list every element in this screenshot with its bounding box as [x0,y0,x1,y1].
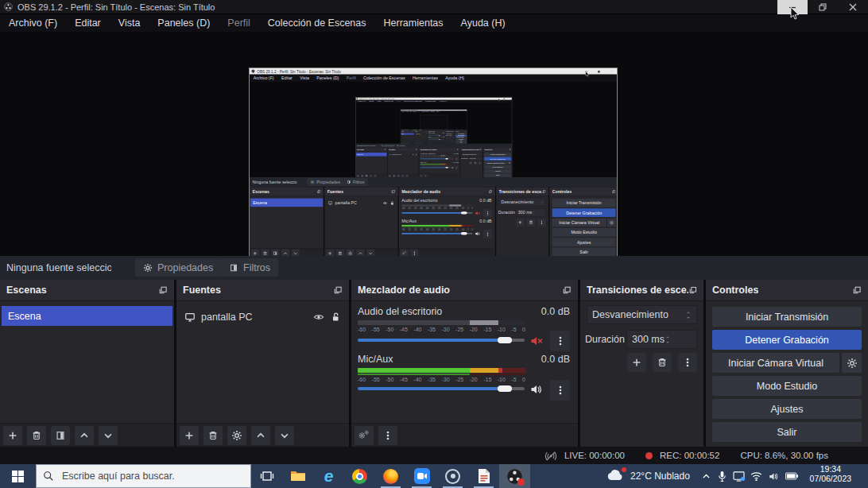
channel1-options-button[interactable] [550,331,570,351]
popout-icon[interactable] [542,190,546,194]
channel1-volume-slider[interactable] [401,211,472,215]
duration-spinbox[interactable]: 300 ms [469,157,482,160]
preview-screen-mount[interactable]: OBS 29.1.2 - Perfil: Sin Título - Escena… [355,98,511,185]
eye-icon[interactable] [382,201,387,206]
start-virtual-camera-button[interactable]: Iniciar Cámara Virtual [712,353,839,373]
popout-icon[interactable] [852,285,862,295]
settings-button[interactable]: Ajustes [712,399,862,419]
channel2-volume-slider[interactable] [428,139,441,140]
firefox-button[interactable] [375,464,406,488]
scene-item-selected[interactable]: Escena [2,306,172,326]
eye-icon[interactable] [413,153,415,156]
wifi-icon[interactable] [750,471,762,481]
menu-item[interactable]: Archivo (F) [0,14,66,32]
popout-icon[interactable] [480,149,482,150]
menu-item[interactable]: Colección de Escenas [259,14,375,32]
start-virtual-camera-button[interactable]: Iniciar Cámara Virtual [484,161,507,165]
channel1-mute-icon[interactable] [529,335,544,347]
channel2-volume-slider[interactable] [358,385,525,393]
menu-item[interactable]: Herramientas [409,75,441,82]
scene-item-selected[interactable]: Escena [356,153,387,157]
popout-icon[interactable] [510,149,511,150]
volume-icon[interactable] [768,471,780,482]
unlock-icon[interactable] [415,153,417,156]
slider-handle[interactable] [498,385,512,392]
scene-filters-button[interactable] [51,426,70,445]
transition-options-button[interactable] [537,219,545,227]
channel2-options-button[interactable] [443,139,444,141]
slider-handle[interactable] [445,158,448,159]
menu-item[interactable]: Editar [277,75,296,82]
start-streaming-button[interactable]: Iniciar Transmisión [484,153,511,157]
stop-recording-button[interactable]: Detener Grabación [712,330,862,350]
tray-expand-icon[interactable] [701,471,711,482]
slider-handle[interactable] [439,136,440,137]
channel2-volume-slider[interactable] [401,232,472,235]
add-source-button[interactable] [180,426,199,445]
channel2-speaker-icon[interactable] [451,167,454,169]
slider-handle[interactable] [439,139,440,140]
channel2-speaker-icon[interactable] [475,231,481,237]
remove-transition-button[interactable] [474,161,477,165]
channel1-options-button[interactable] [483,209,492,218]
zoom-button[interactable] [406,464,437,488]
source-item[interactable]: pantalla PC [388,153,418,156]
remove-source-button[interactable] [203,426,223,445]
popout-icon[interactable] [333,285,343,295]
file-explorer-button[interactable] [282,464,313,488]
studio-mode-button[interactable]: Modo Estudio [712,376,862,396]
close-button[interactable] [838,0,868,14]
restore-button[interactable] [593,68,606,75]
transition-select[interactable]: Desvanecimiento [462,153,482,156]
menu-item[interactable]: Ayuda (H) [442,75,468,82]
channel1-volume-slider[interactable] [428,136,441,137]
channel1-mute-icon[interactable] [475,211,481,216]
scene-down-button[interactable] [99,426,118,445]
source-item[interactable]: pantalla PC [414,134,427,135]
popout-icon[interactable] [488,190,492,194]
virtual-camera-settings-button[interactable] [508,161,512,165]
start-streaming-button[interactable]: Iniciar Transmisión [712,307,862,327]
menu-item[interactable]: Vista [296,75,313,82]
properties-button[interactable]: Propiedades [380,144,396,147]
channel2-volume-slider[interactable] [420,167,451,168]
restore-button[interactable] [808,0,838,14]
popout-icon[interactable] [391,190,395,194]
filters-button[interactable]: Filtros [221,258,278,277]
channel2-options-button[interactable] [455,166,459,170]
popout-icon[interactable] [611,190,615,194]
menu-item[interactable]: Paneles (D) [149,14,219,32]
properties-button[interactable]: Propiedades [307,178,343,186]
scene-item-selected[interactable]: Escena [250,199,323,207]
slider-handle[interactable] [498,337,512,343]
duration-spinbox[interactable]: 300 ms [626,330,697,349]
popout-icon[interactable] [158,285,168,295]
menu-item[interactable]: Ayuda (H) [452,14,514,32]
search-input[interactable] [60,470,235,482]
transition-select[interactable]: Desvanecimiento [499,198,546,206]
add-transition-button[interactable] [516,219,524,227]
channel1-options-button[interactable] [455,157,459,161]
start-virtual-camera-button[interactable]: Iniciar Cámara Virtual [552,219,606,227]
microphone-icon[interactable] [717,471,727,482]
unlock-icon[interactable] [426,134,427,134]
menu-item[interactable]: Perfil [343,75,359,82]
remove-transition-button[interactable] [653,353,672,372]
remove-scene-button[interactable] [27,426,46,445]
unlock-icon[interactable] [389,201,394,206]
settings-button[interactable]: Ajustes [484,169,511,173]
exit-button[interactable]: Salir [552,248,616,257]
preview-screen-mount[interactable]: OBS 29.1.2 - Perfil: Sin Título - Escena… [250,68,617,274]
add-transition-button[interactable] [627,353,646,372]
properties-button[interactable]: Propiedades [135,258,221,277]
filters-button[interactable]: Filtros [396,144,406,147]
scene-up-button[interactable] [75,426,94,445]
add-scene-button[interactable] [3,426,22,445]
source-up-button[interactable] [251,426,270,445]
menu-item[interactable]: Vista [110,14,149,32]
scene-item-selected[interactable]: Escena [401,134,413,135]
popout-icon[interactable] [562,285,572,295]
taskbar-search[interactable] [36,464,251,488]
advanced-audio-button[interactable] [355,426,374,445]
popout-icon[interactable] [384,149,386,150]
